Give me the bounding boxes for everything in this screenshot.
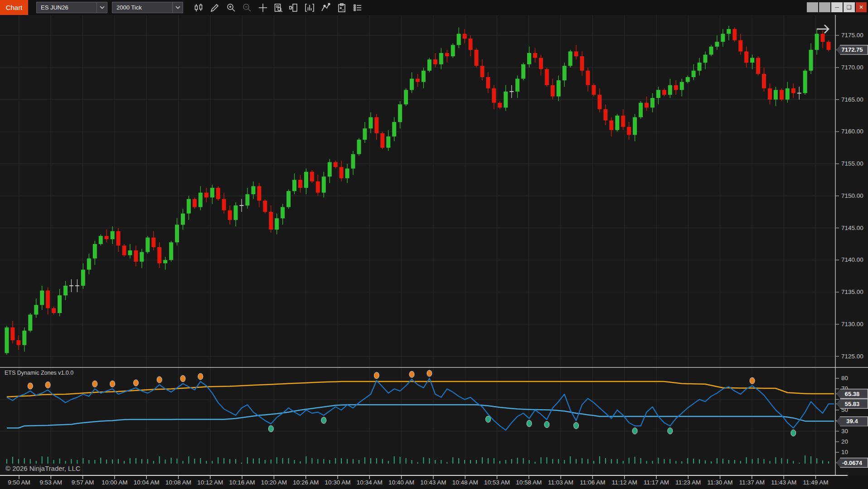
price-tick-label: 7150.00 [841, 192, 863, 200]
time-tick-label: 11:17 AM [644, 479, 669, 486]
chart-window: Chart ES JUN26 2000 Tick ─❑✕ 7175.007170… [0, 0, 868, 489]
scroll-to-end-arrow-icon[interactable] [815, 23, 831, 37]
time-tick-label: 9:50 AM [8, 479, 30, 486]
time-tick-label: 10:40 AM [388, 479, 414, 486]
time-tick-label: 10:48 AM [452, 479, 478, 486]
time-tick-label: 10:43 AM [420, 479, 446, 486]
upper-band-value-box: 65.38 [836, 389, 868, 399]
time-tick-label: 11:03 AM [548, 479, 573, 486]
chart-plot-area[interactable] [0, 0, 868, 489]
price-tick-label: 7140.00 [841, 256, 863, 264]
last-price-box: 7172.75 [836, 45, 868, 55]
time-tick-label: 10:00 AM [102, 479, 127, 486]
time-tick-label: 11:43 AM [771, 479, 796, 486]
time-tick-label: 11:23 AM [675, 479, 701, 486]
time-tick-label: 11:06 AM [580, 479, 605, 486]
time-tick-label: 11:49 AM [803, 479, 828, 486]
time-tick-label: 10:34 AM [357, 479, 383, 486]
indicator-label: ETS Dynamic Zones v1.0.0 [5, 370, 73, 376]
indicator-tick-label: 30 [841, 427, 848, 435]
time-tick-label: 9:53 AM [40, 479, 63, 486]
time-tick-label: 10:30 AM [325, 479, 350, 486]
time-tick-label: 11:12 AM [612, 479, 637, 486]
price-tick-label: 7155.00 [841, 160, 863, 168]
time-tick-label: 10:26 AM [293, 479, 319, 486]
copyright-text: © 2026 NinjaTrader, LLC [5, 465, 81, 472]
time-tick-label: 11:30 AM [708, 479, 733, 486]
time-tick-label: 10:53 AM [484, 479, 510, 486]
price-tick-label: 7130.00 [841, 320, 863, 328]
price-tick-label: 7160.00 [841, 127, 863, 136]
histogram-value-box: -0.0674 [836, 458, 868, 468]
time-tick-label: 10:04 AM [134, 479, 160, 486]
time-tick-label: 10:12 AM [197, 479, 223, 486]
time-tick-label: 10:08 AM [165, 479, 191, 486]
time-tick-label: 10:58 AM [516, 479, 542, 486]
price-tick-label: 7170.00 [841, 64, 863, 72]
price-tick-label: 7135.00 [841, 288, 863, 296]
lower-band-value-box: 39.4 [836, 416, 868, 426]
time-tick-label: 10:16 AM [229, 479, 255, 486]
indicator-tick-label: 80 [841, 374, 848, 382]
indicator-tick-label: 10 [841, 448, 848, 456]
price-tick-label: 7125.00 [841, 352, 863, 361]
time-tick-label: 9:57 AM [72, 479, 94, 486]
price-tick-label: 7175.00 [841, 31, 863, 39]
price-tick-label: 7145.00 [841, 224, 863, 232]
oscillator-value-box: 55.83 [836, 399, 868, 409]
time-tick-label: 11:37 AM [739, 479, 765, 486]
indicator-tick-label: 20 [841, 438, 848, 446]
price-tick-label: 7165.00 [841, 96, 863, 104]
time-tick-label: 10:20 AM [261, 479, 287, 486]
